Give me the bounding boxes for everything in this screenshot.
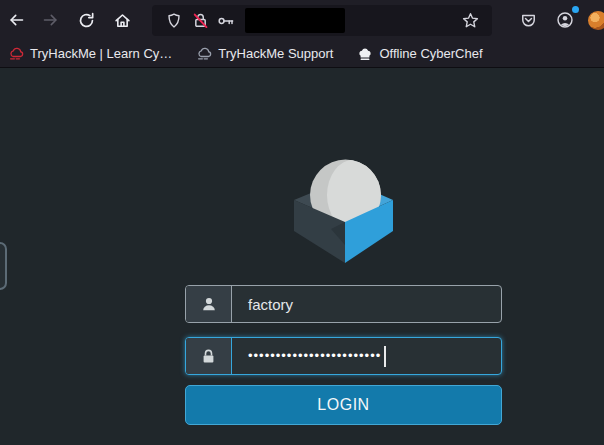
password-masked-value: •••••••••••••••••••••••• (248, 338, 381, 374)
login-button-label: LOGIN (317, 396, 369, 414)
pocket-button[interactable] (515, 8, 541, 32)
tryhackme-red-cloud-icon (8, 46, 24, 62)
pocket-icon (520, 12, 537, 29)
tracking-protection-shield-icon[interactable] (161, 9, 187, 33)
browser-toolbar (0, 0, 604, 40)
bookmark-label: TryHackMe Support (218, 46, 333, 61)
username-field-group: factory (185, 285, 502, 323)
insecure-lock-icon[interactable] (187, 9, 213, 33)
account-notification-dot (572, 6, 579, 13)
bookmark-star-icon[interactable] (457, 9, 483, 33)
lock-icon (200, 348, 217, 365)
chef-hat-icon (357, 46, 373, 62)
login-button[interactable]: LOGIN (185, 385, 502, 425)
text-caret (384, 346, 386, 367)
username-value: factory (248, 296, 293, 313)
home-button[interactable] (109, 8, 135, 32)
account-button[interactable] (552, 8, 578, 32)
back-icon (8, 12, 25, 28)
url-bar[interactable] (152, 5, 492, 36)
back-button[interactable] (3, 8, 29, 32)
saved-password-key-icon[interactable] (213, 9, 239, 33)
login-page: factory •••••••••••••••••••••••• LOGIN (0, 68, 604, 445)
bookmarks-bar: TryHackMe | Learn Cy… TryHackMe Support … (0, 40, 604, 68)
forward-icon (42, 12, 59, 28)
home-icon (114, 12, 131, 29)
password-field-group: •••••••••••••••••••••••• (185, 337, 502, 375)
user-icon (200, 295, 218, 313)
left-edge-panel-handle[interactable] (0, 242, 7, 290)
redacted-url-text (245, 8, 345, 33)
forward-button[interactable] (37, 8, 63, 32)
app-logo (294, 159, 393, 263)
account-icon (556, 11, 574, 29)
extension-icon[interactable] (588, 11, 604, 30)
bookmark-label: Offline CyberChef (379, 46, 482, 61)
password-addon (186, 338, 232, 374)
bookmark-offline-cyberchef[interactable]: Offline CyberChef (357, 46, 482, 62)
gray-cloud-icon (196, 46, 212, 62)
firefox-window: { "browser": { "nav": { "back": "back", … (0, 0, 604, 445)
password-input[interactable]: •••••••••••••••••••••••• (232, 338, 501, 374)
reload-button[interactable] (73, 8, 99, 32)
bookmark-tryhackme-support[interactable]: TryHackMe Support (196, 46, 333, 62)
reload-icon (78, 12, 95, 29)
username-input[interactable]: factory (232, 286, 501, 322)
bookmark-label: TryHackMe | Learn Cy… (30, 46, 172, 61)
bookmark-tryhackme-learn[interactable]: TryHackMe | Learn Cy… (8, 46, 172, 62)
login-form: factory •••••••••••••••••••••••• LOGIN (185, 285, 502, 425)
username-addon (186, 286, 232, 322)
